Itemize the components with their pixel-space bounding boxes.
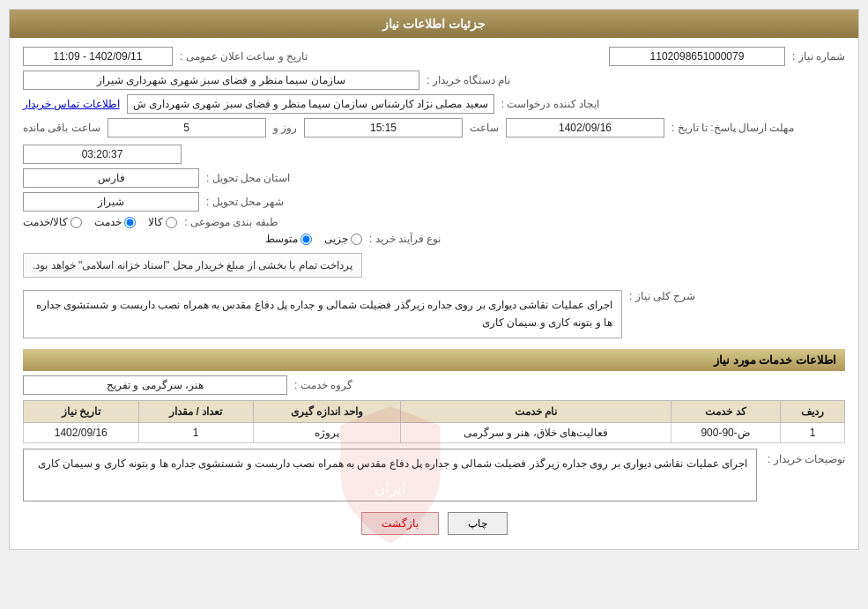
- service-group-label: گروه خدمت :: [294, 379, 352, 391]
- city-value: شیراز: [23, 192, 199, 212]
- page-wrapper: جزئیات اطلاعات نیاز شماره نیاز : 1102098…: [0, 0, 868, 609]
- cell-row: 1: [781, 422, 845, 442]
- row-category: طبقه بندی موضوعی : کالا خدمت کالا/خدمت: [23, 216, 845, 228]
- purchase-radio-joz[interactable]: [351, 234, 362, 245]
- org-label: نام دستگاه خریدار :: [427, 74, 510, 86]
- deadline-days: 5: [108, 118, 266, 137]
- purchase-label-mota: متوسط: [265, 233, 298, 245]
- deadline-label: مهلت ارسال پاسخ: تا تاریخ :: [671, 122, 794, 134]
- date-value: 1402/09/11 - 11:09: [23, 47, 173, 66]
- col-row: ردیف: [781, 400, 845, 422]
- need-number-label: شماره نیاز :: [792, 50, 845, 63]
- purchase-option-mota[interactable]: متوسط: [265, 233, 312, 245]
- buyer-description-box: اجرای عملیات نقاشی دیواری بر روی جداره ز…: [23, 449, 757, 501]
- row-purchase-type: نوع فرآیند خرید : جزیی متوسط پرداخت تمام…: [23, 233, 845, 282]
- deadline-time: 15:15: [304, 118, 463, 137]
- purchase-radio-group: جزیی متوسط: [23, 233, 362, 245]
- category-radio-both[interactable]: [70, 217, 82, 228]
- col-date: تاریخ نیاز: [24, 400, 139, 422]
- main-panel: جزئیات اطلاعات نیاز شماره نیاز : 1102098…: [9, 9, 859, 550]
- row-deadline: مهلت ارسال پاسخ: تا تاریخ : 1402/09/16 س…: [23, 118, 845, 164]
- purchase-type-label: نوع فرآیند خرید :: [369, 233, 441, 245]
- city-label: شهر محل تحویل :: [206, 196, 284, 208]
- panel-body: شماره نیاز : 1102098651000079 تاریخ و سا…: [10, 38, 858, 549]
- services-section-title: اطلاعات خدمات مورد نیاز: [23, 349, 845, 371]
- back-button[interactable]: بازگشت: [361, 512, 439, 535]
- buyer-desc-value: اجرای عملیات نقاشی دیواری بر روی جداره ز…: [38, 457, 747, 470]
- panel-title: جزئیات اطلاعات نیاز: [382, 17, 486, 31]
- category-radio-group: کالا خدمت کالا/خدمت: [23, 216, 177, 228]
- services-table-body: 1 ض-90-900 فعالیت‌های خلاق، هنر و سرگرمی…: [24, 422, 845, 442]
- description-box: اجرای عملیات نقاشی دیواری بر روی جداره ز…: [23, 290, 622, 338]
- category-option-both[interactable]: کالا/خدمت: [23, 216, 82, 228]
- services-table-head: ردیف کد خدمت نام خدمت واحد اندازه گیری ت…: [24, 400, 845, 422]
- category-label-both: کالا/خدمت: [23, 216, 68, 228]
- row-creator: ایجاد کننده درخواست : سعید مصلی نژاد کار…: [23, 94, 845, 114]
- buyer-desc-label: توضیحات خریدار :: [766, 449, 845, 465]
- row-city: شهر محل تحویل : شیراز: [23, 192, 845, 212]
- row-service-group: گروه خدمت : هنر، سرگرمی و تفریح: [23, 375, 845, 395]
- purchase-radio-mota[interactable]: [300, 234, 312, 245]
- panel-header: جزئیات اطلاعات نیاز: [10, 10, 858, 38]
- category-label: طبقه بندی موضوعی :: [184, 216, 278, 228]
- category-radio-kala[interactable]: [166, 217, 177, 228]
- cell-code: ض-90-900: [671, 422, 780, 442]
- creator-value: سعید مصلی نژاد کارشناس سازمان سیما منظر …: [127, 94, 494, 114]
- contact-link[interactable]: اطلاعات تماس خریدار: [23, 98, 120, 110]
- col-qty: تعداد / مقدار: [138, 400, 253, 422]
- description-label: شرح کلی نیاز :: [629, 286, 695, 302]
- category-label-kala: کالا: [148, 216, 163, 228]
- category-radio-khedmat[interactable]: [124, 217, 136, 228]
- province-value: فارس: [23, 168, 199, 188]
- category-option-khedmat[interactable]: خدمت: [94, 216, 136, 228]
- cell-date: 1402/09/16: [24, 422, 139, 442]
- purchase-col: جزیی متوسط پرداخت تمام یا بخشی از مبلغ خ…: [23, 233, 362, 282]
- services-table-header-row: ردیف کد خدمت نام خدمت واحد اندازه گیری ت…: [24, 400, 845, 422]
- col-unit: واحد اندازه گیری: [253, 400, 400, 422]
- btn-row: چاپ بازگشت: [23, 512, 845, 535]
- description-value: اجرای عملیات نقاشی دیواری بر روی جداره ز…: [36, 299, 612, 329]
- buyer-desc-row: توضیحات خریدار : اجرای عملیات نقاشی دیوا…: [23, 449, 845, 501]
- deadline-day-label: روز و: [273, 122, 297, 134]
- deadline-time-label: ساعت: [470, 122, 499, 134]
- creator-label: ایجاد کننده درخواست :: [501, 98, 599, 110]
- need-number-value: 1102098651000079: [609, 47, 785, 66]
- date-label: تاریخ و ساعت اعلان عمومی :: [180, 50, 308, 63]
- table-row: 1 ض-90-900 فعالیت‌های خلاق، هنر و سرگرمی…: [24, 422, 845, 442]
- category-label-khedmat: خدمت: [94, 216, 122, 228]
- print-button[interactable]: چاپ: [448, 512, 508, 535]
- row-province: استان محل تحویل : فارس: [23, 168, 845, 188]
- services-table: ردیف کد خدمت نام خدمت واحد اندازه گیری ت…: [23, 400, 845, 443]
- svg-text:ایران: ایران: [375, 480, 406, 498]
- row-need-number: شماره نیاز : 1102098651000079 تاریخ و سا…: [23, 47, 845, 66]
- cell-qty: 1: [138, 422, 253, 442]
- province-label: استان محل تحویل :: [206, 172, 290, 184]
- col-code: کد خدمت: [671, 400, 780, 422]
- service-group-value: هنر، سرگرمی و تفریح: [23, 375, 287, 395]
- deadline-remaining-label: ساعت باقی مانده: [23, 122, 100, 134]
- row-org: نام دستگاه خریدار : سازمان سیما منظر و ف…: [23, 71, 845, 90]
- cell-unit: پروژه: [253, 422, 400, 442]
- deadline-remaining: 03:20:37: [23, 145, 182, 164]
- purchase-notice: پرداخت تمام یا بخشی از مبلغ خریدار محل "…: [23, 253, 362, 278]
- row-description: شرح کلی نیاز : اجرای عملیات نقاشی دیواری…: [23, 286, 845, 342]
- purchase-label-joz: جزیی: [324, 233, 348, 245]
- col-name: نام خدمت: [400, 400, 671, 422]
- deadline-date: 1402/09/16: [506, 118, 664, 137]
- cell-name: فعالیت‌های خلاق، هنر و سرگرمی: [400, 422, 671, 442]
- category-option-kala[interactable]: کالا: [148, 216, 177, 228]
- purchase-option-joz[interactable]: جزیی: [324, 233, 362, 245]
- org-value: سازمان سیما منظر و فضای سبز شهری شهرداری…: [23, 71, 419, 90]
